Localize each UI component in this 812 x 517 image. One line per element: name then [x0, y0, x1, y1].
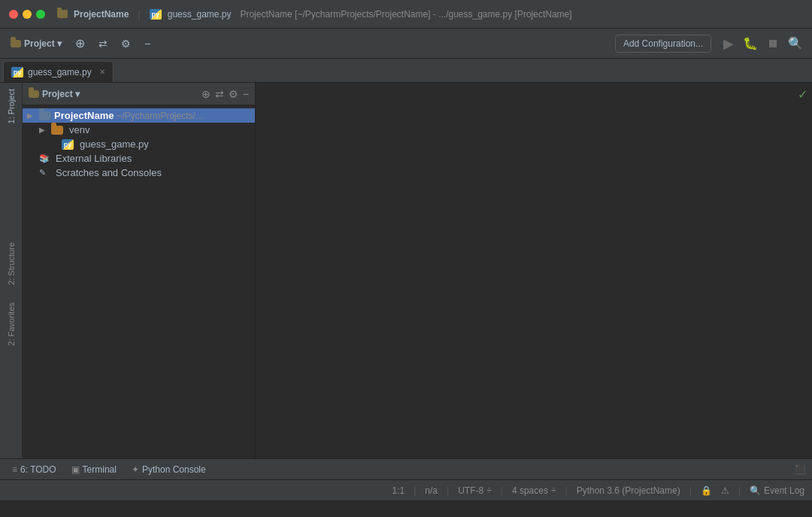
python-console-label: Python Console: [142, 464, 206, 475]
project-folder-icon: [11, 40, 21, 47]
project-header-icons: ⊕ ⇄ ⚙ −: [201, 88, 249, 100]
toolbar: Project ▾ ⊕ ⇄ ⚙ − Add Configuration... ▶…: [0, 29, 812, 59]
maximize-button[interactable]: [36, 10, 45, 19]
add-module-button[interactable]: ⊕: [71, 33, 89, 53]
ext-lib-icon: 📚: [39, 154, 51, 164]
tree-venv-item[interactable]: ▶ venv: [23, 123, 255, 137]
title-bar-left: ProjectName | py guess_game.py: [9, 8, 232, 20]
cursor-position[interactable]: 1:1: [392, 485, 405, 496]
project-root-icon: [39, 111, 51, 120]
stop-button[interactable]: ⏹: [764, 34, 782, 53]
run-button[interactable]: ▶: [720, 32, 737, 55]
venv-label: venv: [69, 124, 89, 135]
guess-game-icon: py: [62, 139, 74, 150]
sidebar-strip: 1: Project 2: Structure 2: Favorites: [0, 83, 23, 458]
scratches-icon: ✎: [39, 168, 51, 178]
project-root-path: ~/PycharmProjects/Pro: [117, 111, 207, 121]
tree-guess-game-item[interactable]: ▶ py guess_game.py: [23, 137, 255, 151]
python-console-icon: ✦: [132, 464, 139, 475]
file-tab-label[interactable]: guess_game.py: [168, 9, 232, 20]
tree-ext-lib-item[interactable]: ▶ 📚 External Libraries: [23, 151, 255, 166]
sep3: |: [501, 485, 503, 496]
na-status[interactable]: n/a: [425, 485, 438, 496]
hide-icon[interactable]: −: [243, 88, 249, 100]
editor-area[interactable]: ✓: [256, 83, 812, 458]
terminal-label: Terminal: [83, 464, 117, 475]
venv-expand-arrow: ▶: [39, 126, 48, 134]
project-panel-tab[interactable]: 1: Project: [7, 83, 16, 129]
status-bar: 1:1 | n/a | UTF-8 ÷ | 4 spaces ÷ | Pytho…: [0, 479, 812, 500]
project-label: Project ▾: [24, 38, 62, 49]
encoding-arrow: ÷: [486, 485, 492, 496]
locate-icon[interactable]: ⊕: [201, 88, 211, 100]
structure-panel-tab[interactable]: 2: Structure: [7, 236, 16, 291]
ext-lib-label: External Libraries: [56, 153, 132, 164]
expand-arrow: ▶: [27, 111, 36, 120]
encoding-status[interactable]: UTF-8 ÷: [458, 485, 492, 496]
close-button[interactable]: [9, 10, 18, 19]
project-dropdown-button[interactable]: Project ▾: [6, 35, 66, 52]
sep2: |: [447, 485, 449, 496]
terminal-icon: ▣: [71, 464, 80, 475]
sep1: |: [414, 485, 416, 496]
debug-button[interactable]: 🐛: [740, 33, 761, 53]
project-tab-label[interactable]: ProjectName: [74, 9, 129, 20]
todo-icon: ≡: [12, 464, 17, 475]
expand-strip: ⬛: [795, 464, 806, 475]
project-header-label: Project ▾: [42, 89, 80, 99]
tree-root-item[interactable]: ▶ ProjectName ~/PycharmProjects/Pro: [23, 108, 255, 123]
options-icon[interactable]: ⚙: [229, 88, 238, 100]
title-bar: ProjectName | py guess_game.py ProjectNa…: [0, 0, 812, 29]
spaces-arrow: ÷: [551, 485, 556, 496]
check-icon: ✓: [798, 87, 807, 102]
file-tab-name: guess_game.py: [28, 67, 92, 78]
main-layout: 1: Project 2: Structure 2: Favorites Pro…: [0, 83, 812, 458]
separator: |: [138, 8, 140, 20]
search-button[interactable]: 🔍: [785, 33, 806, 53]
sep4: |: [565, 485, 568, 496]
settings-button[interactable]: ⚙: [117, 35, 135, 53]
project-tree: ▶ ProjectName ~/PycharmProjects/Pro ▶ ve…: [23, 105, 255, 458]
project-panel: Project ▾ ⊕ ⇄ ⚙ − ▶ ProjectName ~/Pychar…: [23, 83, 256, 458]
lock-icon: 🔒: [701, 485, 712, 496]
tree-scratches-item[interactable]: ▶ ✎ Scratches and Consoles: [23, 166, 255, 180]
python-console-tab[interactable]: ✦ Python Console: [126, 463, 212, 476]
project-panel-header: Project ▾ ⊕ ⇄ ⚙ −: [23, 83, 255, 105]
favorites-panel-tab[interactable]: 2: Favorites: [7, 297, 16, 351]
project-title: Project ▾: [29, 89, 80, 99]
expand-icon[interactable]: ⬛: [795, 464, 806, 475]
bottom-bar: ≡ 6: TODO ▣ Terminal ✦ Python Console ⬛: [0, 458, 812, 479]
close-tab-icon[interactable]: ✕: [99, 68, 105, 76]
file-tab-icon: py: [11, 67, 23, 78]
add-configuration-button[interactable]: Add Configuration...: [615, 35, 711, 53]
traffic-lights: [9, 10, 45, 19]
search-icon: 🔍: [750, 485, 761, 496]
warning-icon: ⚠: [721, 485, 729, 496]
sep5: |: [689, 485, 692, 496]
sep6: |: [738, 485, 741, 496]
sync-button[interactable]: ⇄: [94, 35, 112, 53]
minimize-button[interactable]: [23, 10, 32, 19]
venv-folder-icon: [51, 126, 63, 135]
file-tab-bar: py guess_game.py ✕: [0, 59, 812, 83]
python-version-status[interactable]: Python 3.6 (ProjectName): [577, 485, 680, 496]
spaces-status[interactable]: 4 spaces ÷: [512, 485, 556, 496]
status-bar-right: 1:1 | n/a | UTF-8 ÷ | 4 spaces ÷ | Pytho…: [392, 485, 804, 496]
todo-label: 6: TODO: [20, 464, 56, 475]
scratches-label: Scratches and Consoles: [56, 167, 162, 178]
collapse-icon[interactable]: ⇄: [215, 88, 224, 100]
close-panel-button[interactable]: −: [140, 35, 155, 53]
terminal-tab[interactable]: ▣ Terminal: [65, 463, 123, 476]
guess-game-label: guess_game.py: [80, 138, 149, 150]
file-tab-guess-game[interactable]: py guess_game.py ✕: [3, 61, 114, 82]
project-folder-icon: [57, 10, 68, 18]
project-icon: [29, 90, 39, 98]
project-root-label: ProjectName: [54, 110, 114, 121]
file-icon: py: [150, 9, 162, 20]
event-log[interactable]: 🔍 Event Log: [750, 485, 804, 496]
window-title: ProjectName [~/PycharmProjects/ProjectNa…: [240, 9, 571, 20]
todo-tab[interactable]: ≡ 6: TODO: [6, 463, 62, 476]
run-toolbar: ▶ 🐛 ⏹ 🔍: [720, 32, 806, 55]
